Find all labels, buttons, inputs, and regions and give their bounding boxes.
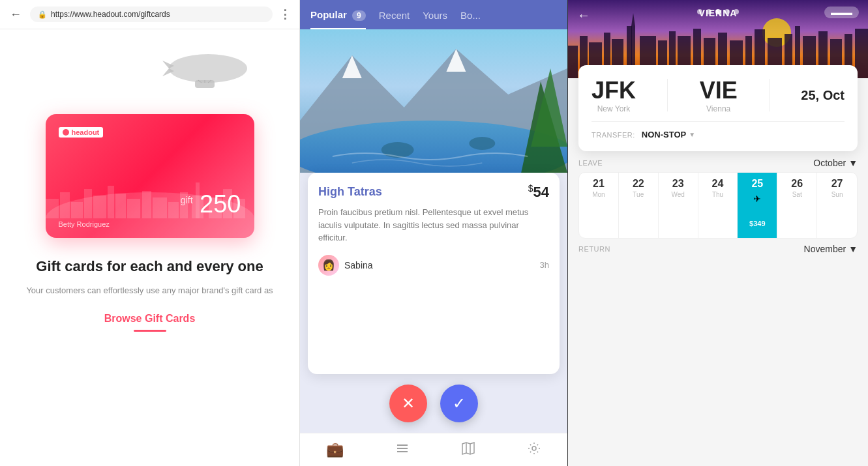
- selected-price-container: $349: [739, 207, 775, 233]
- cal-day-name: Tue: [633, 191, 644, 198]
- return-month-selector[interactable]: November ▼: [804, 244, 858, 254]
- browse-button-underline: [134, 330, 166, 332]
- card-logo: headout: [59, 127, 241, 138]
- app-tabs: Popular 9 Recent Yours Bo...: [310, 9, 557, 29]
- cal-day-name: Sat: [792, 191, 802, 198]
- url-text: https://www.headout.com/giftcards: [51, 10, 170, 19]
- calendar-day-21[interactable]: 21Mon: [579, 173, 619, 238]
- cal-day-number: 22: [633, 178, 644, 190]
- leave-section: LEAVE October ▼: [568, 151, 868, 172]
- leave-header: LEAVE October ▼: [578, 158, 858, 168]
- flight-date-section: 25, Oct: [801, 88, 845, 103]
- flight-route: JFK New York VIE Vienna 25, Oct: [591, 77, 845, 113]
- svg-rect-13: [115, 194, 126, 218]
- calendar-day-25[interactable]: 25✈$349: [738, 173, 777, 238]
- svg-point-31: [469, 137, 495, 150]
- svg-marker-37: [462, 443, 474, 454]
- flight-departure-icon: ✈: [753, 194, 761, 204]
- browser-back-button[interactable]: ←: [8, 7, 23, 22]
- svg-rect-8: [60, 192, 70, 218]
- panel-gift-cards: ← 🔒 https://www.headout.com/giftcards ⋮: [0, 0, 300, 466]
- flight-info-card: JFK New York VIE Vienna 25, Oct TRANSFER…: [578, 65, 858, 151]
- nav-settings-icon[interactable]: [527, 441, 541, 458]
- month-selector[interactable]: October ▼: [813, 158, 858, 168]
- departure-code: JFK: [591, 77, 636, 104]
- more-button[interactable]: ⋮: [279, 7, 292, 22]
- map-svg: [461, 441, 475, 456]
- lock-icon: 🔒: [38, 10, 47, 19]
- tab-recent[interactable]: Recent: [379, 10, 410, 29]
- calendar-day-26[interactable]: 26Sat: [777, 173, 817, 238]
- arrival-code: VIE: [700, 77, 738, 104]
- svg-rect-9: [71, 202, 83, 218]
- return-section: RETURN November ▼: [568, 239, 868, 258]
- tab-popular[interactable]: Popular 9: [310, 9, 366, 29]
- calendar-day-23[interactable]: 23Wed: [659, 173, 698, 238]
- popular-badge: 9: [352, 10, 366, 21]
- headout-brand-text: headout: [72, 128, 100, 136]
- card-amount: gift 250: [181, 190, 241, 218]
- cal-day-name: Mon: [592, 191, 605, 198]
- blimp-icon: [162, 49, 254, 91]
- destination-price: $54: [528, 183, 549, 201]
- svg-rect-17: [168, 202, 179, 218]
- destination-title: High Tatras: [318, 185, 382, 199]
- travel-card-footer: 👩 Sabina 3h: [318, 255, 549, 276]
- calendar-day-27[interactable]: 27Sun: [817, 173, 857, 238]
- browse-gift-cards-button[interactable]: Browse Gift Cards: [104, 313, 196, 325]
- accept-button[interactable]: ✓: [440, 385, 478, 422]
- flight-back-button[interactable]: ←: [577, 8, 590, 23]
- flight-date: 25, Oct: [801, 88, 845, 103]
- app-header: Popular 9 Recent Yours Bo...: [300, 0, 567, 29]
- svg-rect-43: [568, 46, 578, 78]
- nav-map-icon[interactable]: [461, 441, 475, 458]
- departure-city: New York: [591, 104, 636, 113]
- browser-bar: ← 🔒 https://www.headout.com/giftcards ⋮: [0, 0, 299, 29]
- cal-day-number: 24: [712, 178, 724, 190]
- nav-bag-icon[interactable]: 💼: [326, 441, 344, 458]
- cal-day-name: Wed: [671, 191, 684, 198]
- svg-rect-10: [84, 189, 92, 218]
- cal-day-number: 26: [791, 178, 803, 190]
- header-pill: ▬▬▬: [824, 7, 859, 18]
- transfer-row: TRANSFER: NON-STOP ▼: [591, 121, 845, 139]
- svg-rect-15: [142, 191, 151, 218]
- leave-label: LEAVE: [578, 159, 603, 167]
- user-info: 👩 Sabina: [318, 255, 373, 276]
- panel-flight-app: ▬▬▬ ← VIENNA JFK New York VIE Vienna 25,…: [568, 0, 868, 466]
- return-dropdown-arrow: ▼: [848, 244, 858, 254]
- travel-card-header: High Tatras $54: [318, 183, 549, 201]
- gift-card: headout: [46, 114, 254, 238]
- travel-card: High Tatras $54 Proin faucibus pretium n…: [308, 173, 560, 374]
- svg-rect-14: [127, 199, 140, 218]
- url-bar[interactable]: 🔒 https://www.headout.com/giftcards: [30, 7, 273, 22]
- gear-svg: [527, 441, 541, 456]
- cal-day-number: 27: [831, 178, 843, 190]
- calendar-day-22[interactable]: 22Tue: [619, 173, 659, 238]
- svg-point-0: [169, 54, 247, 83]
- calendar-day-24[interactable]: 24Thu: [698, 173, 738, 238]
- action-buttons: ✕ ✓: [300, 374, 567, 433]
- mountain-background: [300, 29, 567, 173]
- list-svg: [395, 441, 410, 456]
- tab-yours[interactable]: Yours: [423, 10, 447, 29]
- flight-destination-title: VIENNA: [699, 8, 738, 18]
- return-label: RETURN: [578, 245, 610, 253]
- cal-day-number: 23: [672, 178, 684, 190]
- tab-more[interactable]: Bo...: [460, 10, 481, 29]
- cal-day-number: 25: [751, 178, 763, 190]
- gift-card-content: headout: [0, 29, 299, 466]
- destination-image: [300, 29, 567, 173]
- trip-duration: 3h: [540, 260, 549, 270]
- user-avatar: 👩: [318, 255, 339, 276]
- blimp-area: [20, 42, 280, 108]
- transfer-dropdown-arrow: ▼: [689, 131, 695, 138]
- reject-button[interactable]: ✕: [389, 385, 427, 422]
- route-divider: [667, 79, 668, 111]
- arrival-airport: VIE Vienna: [700, 77, 738, 113]
- route-divider-2: [769, 79, 770, 111]
- nav-list-icon[interactable]: [395, 441, 410, 458]
- svg-point-40: [532, 446, 536, 450]
- transfer-value[interactable]: NON-STOP ▼: [642, 130, 695, 139]
- headout-brand-icon: [63, 129, 69, 136]
